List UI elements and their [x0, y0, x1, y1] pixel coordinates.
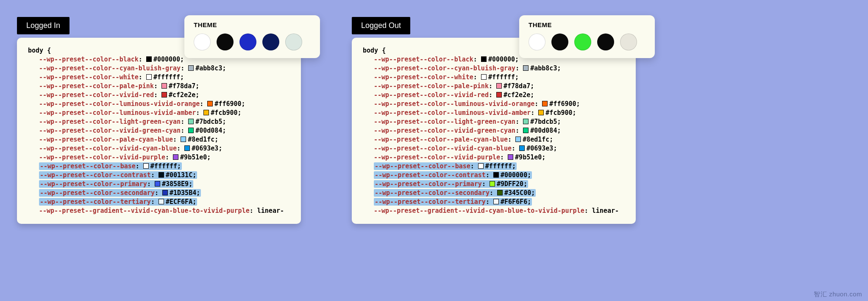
- theme-swatch[interactable]: [574, 33, 591, 50]
- theme-palette-card: THEME: [184, 15, 320, 58]
- css-var-value: #cf2e2e;: [504, 91, 534, 99]
- theme-swatch[interactable]: [620, 33, 637, 50]
- color-chip-icon: [203, 110, 209, 115]
- theme-palette-card: THEME: [519, 15, 655, 58]
- highlighted-css-line: --wp--preset--color--primary: #9DFF20;: [374, 180, 528, 188]
- css-var-value: #9DFF20;: [497, 180, 527, 188]
- css-trailing-line: --wp--preset--gradient--vivid-cyan-blue-…: [28, 206, 290, 215]
- css-var-value: #9b51e0;: [515, 153, 545, 161]
- color-chip-icon: [161, 83, 167, 89]
- theme-swatch[interactable]: [529, 33, 545, 50]
- color-chip-icon: [542, 101, 548, 106]
- theme-swatch[interactable]: [285, 33, 302, 50]
- highlighted-css-line: --wp--preset--color--tertiary: #F6F6F6;: [374, 198, 532, 206]
- css-var-name: --wp--preset--color--vivid-green-cyan: [39, 127, 181, 134]
- color-chip-icon: [161, 92, 167, 98]
- css-var-line: --wp--preset--color--secondary: #1D35B4;: [28, 189, 290, 198]
- css-var-name: --wp--preset--color--pale-pink: [39, 82, 154, 90]
- color-chip-icon: [523, 119, 529, 124]
- css-var-name: --wp--preset--color--luminous-vivid-ambe…: [39, 109, 196, 117]
- css-var-name: --wp--preset--color--primary: [375, 180, 482, 188]
- css-var-line: --wp--preset--color--light-green-cyan: #…: [363, 117, 625, 126]
- css-var-name: --wp--preset--color--base: [375, 162, 470, 170]
- state-badge-logged-in: Logged In: [17, 17, 70, 34]
- highlighted-css-line: --wp--preset--color--secondary: #1D35B4;: [39, 189, 201, 197]
- theme-swatch[interactable]: [551, 33, 568, 50]
- highlighted-css-line: --wp--preset--color--contrast: #00131C;: [39, 171, 197, 179]
- css-var-line: --wp--preset--color--cyan-bluish-gray: #…: [28, 64, 290, 73]
- css-var-name: --wp--preset--color--vivid-green-cyan: [374, 127, 515, 134]
- color-chip-icon: [496, 83, 502, 89]
- css-var-value: #1D35B4;: [170, 189, 200, 197]
- css-var-name: --wp--preset--color--pale-pink: [374, 82, 489, 90]
- color-chip-icon: [173, 154, 178, 160]
- color-chip-icon: [188, 128, 194, 133]
- css-var-line: --wp--preset--color--vivid-purple: #9b51…: [28, 153, 290, 162]
- css-var-value: #f78da7;: [504, 82, 534, 90]
- css-var-line: --wp--preset--color--luminous-vivid-ambe…: [363, 109, 625, 117]
- theme-swatch[interactable]: [597, 33, 614, 50]
- color-chip-icon: [478, 163, 484, 169]
- css-var-line: --wp--preset--color--base: #ffffff;: [28, 162, 290, 171]
- css-trailing-line: --wp--preset--gradient--vivid-cyan-blue-…: [363, 206, 625, 215]
- color-chip-icon: [481, 56, 487, 62]
- css-var-line: --wp--preset--color--vivid-green-cyan: #…: [363, 126, 625, 135]
- css-var-value: #f78da7;: [169, 82, 199, 90]
- css-var-value: #000000;: [153, 56, 184, 63]
- css-var-line: --wp--preset--color--pale-cyan-blue: #8e…: [28, 135, 290, 144]
- color-chip-icon: [184, 145, 190, 151]
- css-var-value: #F6F6F6;: [501, 198, 531, 206]
- css-var-line: --wp--preset--color--white: #ffffff;: [28, 73, 290, 82]
- css-var-value: #ECF6FA;: [166, 198, 196, 206]
- css-var-name: --wp--preset--color--vivid-cyan-blue: [374, 145, 512, 152]
- theme-swatch[interactable]: [217, 33, 234, 50]
- color-chip-icon: [181, 137, 186, 142]
- css-var-name: --wp--preset--color--vivid-purple: [374, 153, 500, 161]
- color-chip-icon: [493, 199, 499, 204]
- css-var-line: --wp--preset--color--tertiary: #F6F6F6;: [363, 198, 625, 206]
- color-chip-icon: [523, 128, 529, 133]
- css-var-line: --wp--preset--color--primary: #9DFF20;: [363, 180, 625, 189]
- css-var-line: --wp--preset--color--vivid-cyan-blue: #0…: [28, 144, 290, 153]
- css-var-name: --wp--preset--color--contrast: [375, 171, 486, 179]
- css-var-value: #fcb900;: [211, 109, 241, 117]
- highlighted-css-line: --wp--preset--color--contrast: #000000;: [374, 171, 532, 179]
- color-chip-icon: [159, 199, 164, 204]
- css-var-name: --wp--preset--color--contrast: [40, 171, 151, 179]
- highlighted-css-line: --wp--preset--color--base: #ffffff;: [374, 162, 517, 170]
- css-var-line: --wp--preset--color--base: #ffffff;: [363, 162, 625, 171]
- theme-label: THEME: [529, 21, 645, 28]
- css-var-name: --wp--preset--color--black: [39, 56, 139, 63]
- css-var-name: --wp--preset--color--vivid-cyan-blue: [39, 145, 177, 152]
- css-var-name: --wp--preset--color--light-green-cyan: [39, 118, 181, 125]
- theme-swatch[interactable]: [239, 33, 256, 50]
- css-var-name: --wp--preset--color--vivid-purple: [39, 153, 165, 161]
- css-var-name: --wp--preset--color--pale-cyan-blue: [39, 136, 173, 143]
- css-var-line: --wp--preset--color--vivid-red: #cf2e2e;: [28, 91, 290, 100]
- color-chip-icon: [496, 92, 502, 98]
- logged-out-panel: Logged Out THEME body { --wp--preset--co…: [352, 17, 636, 224]
- color-chip-icon: [538, 110, 544, 115]
- css-var-value: #ff6900;: [549, 100, 580, 108]
- css-var-value: #7bdcb5;: [530, 118, 561, 125]
- css-var-name: --wp--preset--color--black: [374, 56, 473, 63]
- css-var-name: --wp--preset--color--vivid-red: [374, 91, 489, 99]
- theme-label: THEME: [194, 21, 311, 28]
- theme-swatch[interactable]: [262, 33, 279, 50]
- css-var-name: --wp--preset--color--white: [374, 73, 473, 81]
- css-var-value: #000000;: [501, 171, 531, 179]
- css-var-value: #cf2e2e;: [169, 91, 199, 99]
- css-var-value: #0693e3;: [526, 145, 557, 152]
- theme-swatch[interactable]: [194, 33, 211, 50]
- highlighted-css-line: --wp--preset--color--tertiary: #ECF6FA;: [39, 198, 197, 206]
- css-var-line: --wp--preset--color--pale-pink: #f78da7;: [28, 82, 290, 91]
- color-chip-icon: [146, 74, 152, 80]
- color-chip-icon: [159, 172, 164, 178]
- color-chip-icon: [493, 172, 499, 178]
- color-chip-icon: [188, 119, 194, 124]
- color-chip-icon: [481, 74, 487, 80]
- css-var-line: --wp--preset--color--vivid-green-cyan: #…: [28, 126, 290, 135]
- css-var-line: --wp--preset--color--tertiary: #ECF6FA;: [28, 198, 290, 206]
- css-var-value: linear-: [592, 207, 619, 215]
- css-var-line: --wp--preset--color--luminous-vivid-oran…: [363, 100, 625, 109]
